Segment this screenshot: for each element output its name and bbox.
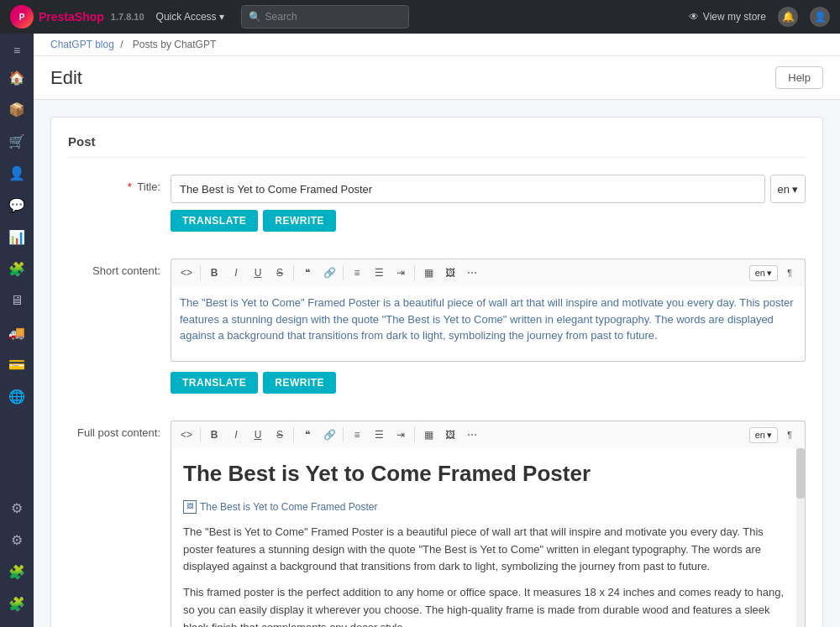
sidebar: ≡ 🏠 📦 🛒 👤 💬 📊 🧩 🖥 🚚 💳 🌐 ⚙ ⚙ 🧩 🧩 — [0, 34, 34, 627]
toolbar-html[interactable]: <> — [176, 263, 197, 283]
full-toolbar-table[interactable]: ▦ — [418, 425, 438, 445]
full-toolbar-align[interactable]: ≡ — [347, 425, 367, 445]
toolbar-indent[interactable]: ⇥ — [391, 263, 411, 283]
short-content-editor[interactable]: The "Best is Yet to Come" Framed Poster … — [171, 286, 806, 362]
full-content-lang-btn[interactable]: en ▾ — [749, 427, 778, 443]
toolbar-link[interactable]: 🔗 — [319, 263, 339, 283]
sidebar-item-orders[interactable]: 📦 — [2, 94, 32, 124]
full-toolbar-italic[interactable]: I — [226, 425, 246, 445]
search-icon: 🔍 — [249, 11, 261, 23]
full-toolbar-strikethrough[interactable]: S — [270, 425, 290, 445]
logo-text: PrestaShop — [39, 10, 104, 24]
title-input[interactable] — [171, 175, 765, 203]
sidebar-item-catalog[interactable]: 🛒 — [2, 126, 32, 156]
toolbar-lang-chevron: ▾ — [767, 268, 772, 279]
translate-button[interactable]: TRANSLATE — [171, 210, 258, 232]
short-content-control-wrap: <> B I U S ❝ 🔗 ≡ ☰ ⇥ ▦ — [171, 259, 806, 405]
sidebar-item-messages[interactable]: 💬 — [2, 190, 32, 220]
full-toolbar-bold[interactable]: B — [204, 425, 224, 445]
toolbar-list[interactable]: ☰ — [369, 263, 389, 283]
full-toolbar-paragraph[interactable]: ¶ — [780, 425, 800, 445]
full-toolbar-sep3 — [343, 427, 344, 442]
user-avatar[interactable]: 👤 — [810, 7, 830, 27]
sidebar-item-shipping[interactable]: 🚚 — [2, 317, 32, 347]
breadcrumb-current: Posts by ChatGPT — [133, 39, 216, 50]
title-control-wrap: en ▾ TRANSLATE REWRITE — [171, 175, 806, 243]
full-content-editor[interactable]: The Best is Yet to Come Framed Poster 🖼 … — [171, 448, 806, 627]
title-lang-button[interactable]: en ▾ — [770, 175, 806, 203]
short-translate-button[interactable]: TRANSLATE — [171, 372, 258, 394]
sidebar-item-customers[interactable]: 👤 — [2, 158, 32, 188]
toolbar-align[interactable]: ≡ — [347, 263, 367, 283]
toolbar-more[interactable]: ⋯ — [462, 263, 482, 283]
rewrite-button[interactable]: REWRITE — [263, 210, 336, 232]
img-placeholder: 🖼 The Best is Yet to Come Framed Poster — [183, 499, 377, 515]
page-header: Edit Help — [34, 56, 840, 100]
full-toolbar-link[interactable]: 🔗 — [319, 425, 339, 445]
breadcrumb-separator: / — [120, 39, 123, 50]
toolbar-sep4 — [414, 265, 415, 280]
search-input[interactable] — [265, 11, 402, 23]
toolbar-strikethrough[interactable]: S — [270, 263, 290, 283]
short-content-text: The "Best is Yet to Come" Framed Poster … — [180, 296, 794, 342]
sidebar-item-plugin2[interactable]: 🧩 — [2, 588, 32, 619]
top-navigation: P PrestaShop 1.7.8.10 Quick Access ▾ 🔍 👁… — [0, 0, 840, 34]
topnav-right: 👁 View my store 🔔 👤 — [689, 7, 830, 27]
page-title: Edit — [50, 67, 82, 89]
title-btn-row: TRANSLATE REWRITE — [171, 210, 806, 232]
full-toolbar-html[interactable]: <> — [176, 425, 197, 445]
full-toolbar-blockquote[interactable]: ❝ — [297, 425, 318, 445]
sidebar-item-plugin1[interactable]: 🧩 — [2, 556, 32, 587]
breadcrumb-parent[interactable]: ChatGPT blog — [50, 39, 114, 50]
sidebar-item-design[interactable]: 🖥 — [2, 285, 32, 316]
search-bar[interactable]: 🔍 — [241, 5, 409, 29]
full-post-heading: The Best is Yet to Come Framed Poster — [183, 460, 793, 489]
short-content-lang-btn[interactable]: en ▾ — [749, 265, 778, 281]
scrollbar-thumb[interactable] — [796, 448, 805, 499]
toolbar-sep1 — [200, 265, 201, 280]
quick-access-menu[interactable]: Quick Access ▾ — [156, 11, 224, 23]
short-content-form-row: Short content: <> B I U S ❝ 🔗 — [68, 259, 806, 405]
sidebar-item-settings2[interactable]: ⚙ — [2, 525, 32, 555]
sidebar-item-settings1[interactable]: ⚙ — [2, 493, 32, 523]
toolbar-paragraph[interactable]: ¶ — [780, 263, 800, 283]
section-title: Post — [68, 134, 806, 158]
toolbar-underline[interactable]: U — [248, 263, 268, 283]
eye-icon: 👁 — [689, 11, 699, 23]
full-content-toolbar: <> B I U S ❝ 🔗 ≡ ☰ ⇥ ▦ — [171, 421, 806, 448]
title-input-row: en ▾ — [171, 175, 806, 203]
short-rewrite-button[interactable]: REWRITE — [263, 372, 336, 394]
sidebar-item-home[interactable]: 🏠 — [2, 62, 32, 92]
full-toolbar-indent[interactable]: ⇥ — [391, 425, 411, 445]
help-button[interactable]: Help — [775, 66, 823, 89]
logo-area: P PrestaShop 1.7.8.10 — [10, 5, 144, 29]
view-store-link[interactable]: 👁 View my store — [689, 11, 766, 23]
sidebar-collapse-button[interactable]: ≡ — [2, 40, 32, 60]
sidebar-item-stats[interactable]: 📊 — [2, 222, 32, 252]
toolbar-table[interactable]: ▦ — [418, 263, 438, 283]
notifications-button[interactable]: 🔔 — [778, 7, 798, 27]
full-toolbar-more[interactable]: ⋯ — [462, 425, 482, 445]
main-content: ChatGPT blog / Posts by ChatGPT Edit Hel… — [34, 34, 840, 627]
sidebar-item-payment[interactable]: 💳 — [2, 349, 32, 379]
scrollbar-track[interactable] — [796, 448, 805, 627]
img-alt-text: The Best is Yet to Come Framed Poster — [200, 499, 377, 515]
full-toolbar-underline[interactable]: U — [248, 425, 268, 445]
lang-chevron-icon: ▾ — [792, 183, 798, 196]
toolbar-italic[interactable]: I — [226, 263, 246, 283]
full-toolbar-list[interactable]: ☰ — [369, 425, 389, 445]
toolbar-sep2 — [293, 265, 294, 280]
image-icon: 🖼 — [183, 500, 197, 514]
sidebar-item-modules[interactable]: 🧩 — [2, 253, 32, 284]
toolbar-bold[interactable]: B — [204, 263, 224, 283]
logo-icon: P — [10, 5, 34, 29]
full-toolbar-image[interactable]: 🖼 — [440, 425, 460, 445]
toolbar-blockquote[interactable]: ❝ — [297, 263, 318, 283]
sidebar-item-international[interactable]: 🌐 — [2, 381, 32, 411]
toolbar-image[interactable]: 🖼 — [440, 263, 460, 283]
content-area: Post * Title: en ▾ TRANSLA — [34, 100, 840, 627]
full-toolbar-lang-chevron: ▾ — [767, 430, 772, 441]
sidebar-bottom: ⚙ ⚙ 🧩 🧩 — [2, 493, 32, 619]
full-content-form-row: Full post content: <> B I U S ❝ 🔗 — [68, 421, 806, 627]
full-toolbar-sep4 — [414, 427, 415, 442]
